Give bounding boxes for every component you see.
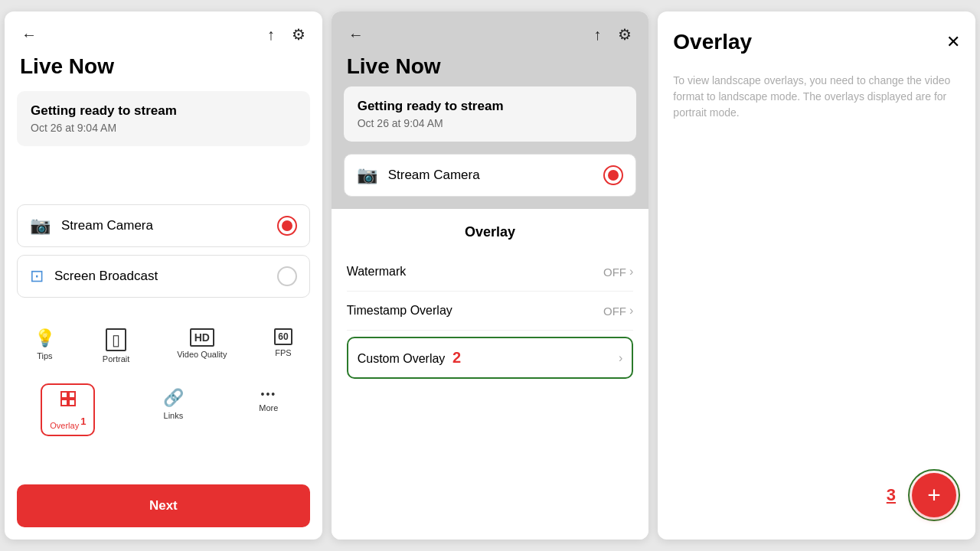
svg-rect-2	[61, 399, 67, 406]
watermark-value: OFF	[603, 266, 626, 279]
panel-3: Overlay ✕ To view landscape overlays, yo…	[658, 11, 975, 540]
status-card-title-2: Getting ready to stream	[358, 99, 623, 114]
custom-overlay-label: Custom Overlay 2	[358, 349, 619, 367]
timestamp-chevron: ›	[629, 304, 633, 318]
custom-overlay-chevron: ›	[619, 351, 622, 365]
share-button-2[interactable]: ↑	[592, 24, 603, 45]
overlay-icon	[59, 390, 77, 412]
toolbar-row-2: Overlay1 🔗 Links ••• More	[5, 380, 322, 442]
back-button-2[interactable]: ←	[347, 24, 365, 45]
top-bar-1: ← ↑ ⚙	[5, 11, 322, 51]
status-card-date-2: Oct 26 at 9:04 AM	[358, 117, 623, 129]
back-button-1[interactable]: ←	[20, 24, 38, 45]
timestamp-value: OFF	[603, 305, 626, 318]
status-card-2: Getting ready to stream Oct 26 at 9:04 A…	[344, 86, 637, 142]
share-button-1[interactable]: ↑	[266, 24, 276, 45]
overlay-modal: Overlay Watermark OFF › Timestamp Overla…	[332, 209, 649, 540]
page-title-1: Live Now	[5, 51, 322, 91]
watermark-label: Watermark	[347, 265, 603, 279]
toolbar-overlay[interactable]: Overlay1	[41, 383, 95, 436]
svg-rect-3	[69, 399, 75, 406]
stream-camera-label-1: Stream Camera	[61, 218, 277, 233]
settings-button-2[interactable]: ⚙	[616, 24, 633, 45]
status-card-date-1: Oct 26 at 9:04 AM	[31, 122, 296, 134]
stream-camera-label-2: Stream Camera	[388, 168, 604, 183]
close-button[interactable]: ✕	[946, 32, 960, 52]
watermark-row[interactable]: Watermark OFF ›	[347, 253, 634, 292]
radio-inner-1	[282, 220, 292, 231]
panel3-description: To view landscape overlays, you need to …	[658, 67, 975, 127]
panel2-title-area: Live Now	[332, 51, 649, 86]
add-overlay-button[interactable]: +	[912, 473, 956, 517]
settings-button-1[interactable]: ⚙	[290, 24, 307, 45]
toolbar-tips[interactable]: 💡 Tips	[27, 324, 63, 368]
overlay-label: Overlay1	[50, 416, 86, 430]
fps-label: FPS	[275, 348, 291, 357]
top-bar-icons-2: ↑ ⚙	[592, 24, 633, 45]
top-bar-icons-1: ↑ ⚙	[266, 24, 307, 45]
radio-empty-1	[277, 266, 297, 286]
custom-overlay-badge: 2	[448, 349, 461, 366]
fps-icon: 60	[274, 328, 292, 345]
timestamp-label: Timestamp Overlay	[347, 304, 603, 318]
camera-icon-2: 📷	[357, 165, 377, 185]
links-icon: 🔗	[163, 388, 184, 408]
page-title-2: Live Now	[347, 54, 634, 79]
tips-icon: 💡	[34, 328, 55, 348]
camera-icon-1: 📷	[30, 216, 51, 236]
add-button-wrapper: +	[908, 469, 960, 521]
tips-label: Tips	[37, 351, 52, 360]
status-card-1: Getting ready to stream Oct 26 at 9:04 A…	[17, 91, 310, 146]
panel3-header: Overlay ✕	[658, 11, 975, 67]
screen-broadcast-label-1: Screen Broadcast	[54, 269, 277, 284]
more-icon: •••	[261, 388, 277, 400]
spacer-1	[5, 158, 322, 204]
panel-1: ← ↑ ⚙ Live Now Getting ready to stream O…	[5, 11, 322, 540]
portrait-label: Portrait	[103, 354, 129, 364]
panel3-title: Overlay	[673, 30, 752, 54]
status-card-title-1: Getting ready to stream	[31, 103, 296, 119]
video-quality-icon: HD	[190, 328, 214, 347]
toolbar-more[interactable]: ••• More	[251, 383, 286, 436]
watermark-chevron: ›	[629, 265, 633, 279]
stream-camera-row-2[interactable]: 📷 Stream Camera	[344, 154, 637, 197]
svg-rect-1	[69, 392, 75, 398]
panel-2: ← ↑ ⚙ Live Now Getting ready to stream O…	[332, 11, 649, 540]
panel2-status-area: Getting ready to stream Oct 26 at 9:04 A…	[332, 86, 649, 154]
toolbar-video-quality[interactable]: HD Video Quality	[169, 324, 234, 368]
radio-selected-1	[277, 216, 297, 236]
panel2-camera-area: 📷 Stream Camera	[332, 154, 649, 209]
top-bar-2: ← ↑ ⚙	[332, 11, 649, 51]
toolbar-portrait[interactable]: ▯ Portrait	[95, 324, 137, 368]
overlay-badge: 1	[80, 416, 86, 427]
screen-broadcast-row-1[interactable]: ⊡ Screen Broadcast	[17, 255, 310, 298]
broadcast-icon-1: ⊡	[30, 266, 44, 286]
stream-camera-row-1[interactable]: 📷 Stream Camera	[17, 204, 310, 247]
video-quality-label: Video Quality	[177, 350, 227, 359]
timestamp-row[interactable]: Timestamp Overlay OFF ›	[347, 292, 634, 331]
radio-selected-2	[603, 165, 623, 185]
overlay-modal-title: Overlay	[347, 224, 634, 240]
toolbar-fps[interactable]: 60 FPS	[266, 324, 299, 368]
links-label: Links	[164, 411, 184, 420]
next-button[interactable]: Next	[17, 484, 310, 527]
panel3-bottom: 3 +	[887, 469, 960, 521]
more-label: More	[259, 403, 278, 412]
radio-inner-2	[608, 170, 619, 181]
toolbar-links[interactable]: 🔗 Links	[155, 383, 191, 436]
svg-rect-0	[61, 392, 67, 398]
step-number-3: 3	[887, 485, 896, 505]
custom-overlay-row[interactable]: Custom Overlay 2 ›	[347, 337, 634, 379]
toolbar-row-1: 💡 Tips ▯ Portrait HD Video Quality 60 FP…	[5, 311, 322, 374]
portrait-icon: ▯	[106, 328, 126, 351]
